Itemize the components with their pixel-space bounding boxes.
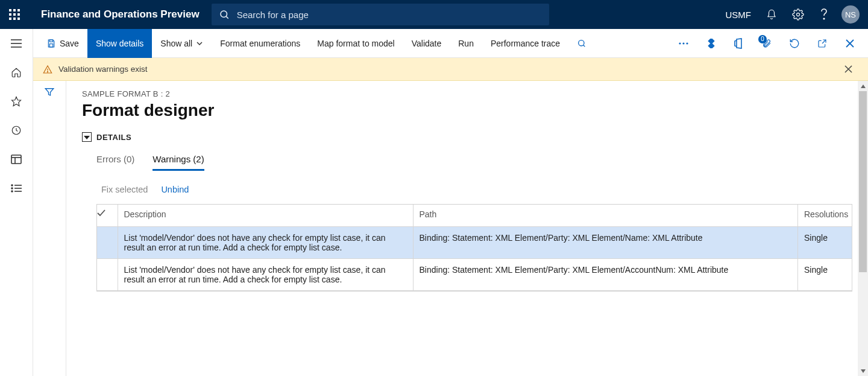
close-icon [846,39,854,48]
run-button[interactable]: Run [450,29,482,58]
svg-rect-6 [9,18,11,20]
help-button[interactable] [813,0,837,29]
column-header-path[interactable]: Path [413,205,798,226]
select-all-header[interactable] [97,205,118,226]
map-format-to-model-button[interactable]: Map format to model [309,29,403,58]
svg-point-9 [221,11,227,18]
show-details-button[interactable]: Show details [87,29,152,58]
scroll-up-button[interactable] [858,81,868,91]
company-selector[interactable]: USMF [720,10,758,20]
unbind-button[interactable]: Unbind [161,185,189,194]
filter-icon [44,87,55,97]
svg-point-33 [686,42,688,44]
svg-rect-27 [49,40,52,42]
show-all-label: Show all [160,39,192,48]
svg-point-12 [823,18,825,19]
scroll-thumb[interactable] [859,91,867,272]
svg-rect-1 [13,9,16,11]
row-selector[interactable] [97,226,118,258]
notifications-button[interactable] [760,0,784,29]
more-actions-button[interactable] [671,29,696,58]
svg-point-31 [679,42,681,44]
column-header-description[interactable]: Description [118,205,413,226]
table-row[interactable]: List 'model/Vendor' does not have any ch… [97,258,852,290]
collapse-triangle-icon [82,132,92,142]
attachments-button[interactable]: 0 [755,29,779,58]
open-office-button[interactable] [727,29,751,58]
nav-modules[interactable] [0,174,33,203]
svg-line-10 [226,16,228,18]
settings-button[interactable] [786,0,810,29]
svg-rect-2 [17,9,20,11]
svg-rect-5 [17,13,20,16]
banner-close-button[interactable] [844,65,858,73]
svg-rect-35 [708,42,714,48]
gear-icon [792,8,804,21]
svg-point-29 [579,40,584,45]
scroll-down-button[interactable] [858,366,868,376]
svg-point-21 [11,185,13,186]
format-enumerations-button[interactable]: Format enumerations [212,29,309,58]
help-icon [821,8,828,21]
svg-rect-0 [9,9,11,11]
svg-rect-7 [13,18,16,20]
nav-favorites[interactable] [0,87,33,116]
cell-path: Binding: Statement: XML Element/Party: X… [413,258,798,290]
table-row[interactable]: List 'model/Vendor' does not have any ch… [97,226,852,258]
global-search[interactable]: Search for a page [212,4,549,25]
nav-workspaces[interactable] [0,145,33,174]
validate-button[interactable]: Validate [403,29,450,58]
svg-marker-43 [861,369,866,373]
left-nav [0,29,33,376]
action-bar: Save Show details Show all Format enumer… [33,29,868,58]
tab-warnings[interactable]: Warnings (2) [153,154,204,171]
page-title: Format designer [82,101,852,120]
nav-home[interactable] [0,58,33,87]
popout-button[interactable] [810,29,834,58]
show-all-button[interactable]: Show all [152,29,212,58]
svg-rect-18 [11,155,21,164]
breadcrumb: SAMPLE FORMAT B : 2 [82,89,852,98]
vertical-scrollbar[interactable] [858,81,868,376]
triangle-up-icon [860,84,866,89]
close-button[interactable] [838,29,862,58]
svg-rect-4 [13,13,16,16]
save-button[interactable]: Save [38,29,87,58]
ellipsis-icon [678,42,689,45]
banner-text: Validation warnings exist [58,65,148,74]
nav-recent[interactable] [0,116,33,145]
svg-point-25 [11,191,13,192]
details-tabs: Errors (0) Warnings (2) [82,154,852,171]
app-launcher[interactable] [0,9,29,20]
waffle-icon [9,9,20,20]
svg-point-32 [682,42,684,44]
save-icon [46,39,56,48]
svg-line-30 [583,45,585,46]
cell-resolutions: Single [798,226,852,258]
cell-description: List 'model/Vendor' does not have any ch… [118,226,413,258]
warning-icon [43,65,52,74]
tab-errors[interactable]: Errors (0) [96,154,134,171]
clock-icon [11,125,22,136]
nav-collapse-button[interactable] [0,29,33,58]
cell-resolutions: Single [798,258,852,290]
column-header-resolutions[interactable]: Resolutions [798,205,852,226]
bell-icon [766,8,777,21]
close-icon [844,65,852,73]
diamond-icon [706,39,716,48]
home-icon [11,67,22,78]
popout-icon [817,39,827,48]
user-avatar[interactable]: NS [841,5,860,24]
svg-rect-28 [49,43,52,46]
row-selector[interactable] [97,258,118,290]
refresh-button[interactable] [782,29,807,58]
options-button[interactable] [699,29,723,58]
details-section-header[interactable]: DETAILS [82,132,852,142]
filter-pane-toggle[interactable] [33,81,66,376]
check-icon [97,209,105,217]
search-icon [577,39,587,48]
search-icon [219,9,230,20]
triangle-down-icon [860,369,866,374]
toolbar-search-button[interactable] [568,29,595,58]
performance-trace-button[interactable]: Performance trace [482,29,568,58]
